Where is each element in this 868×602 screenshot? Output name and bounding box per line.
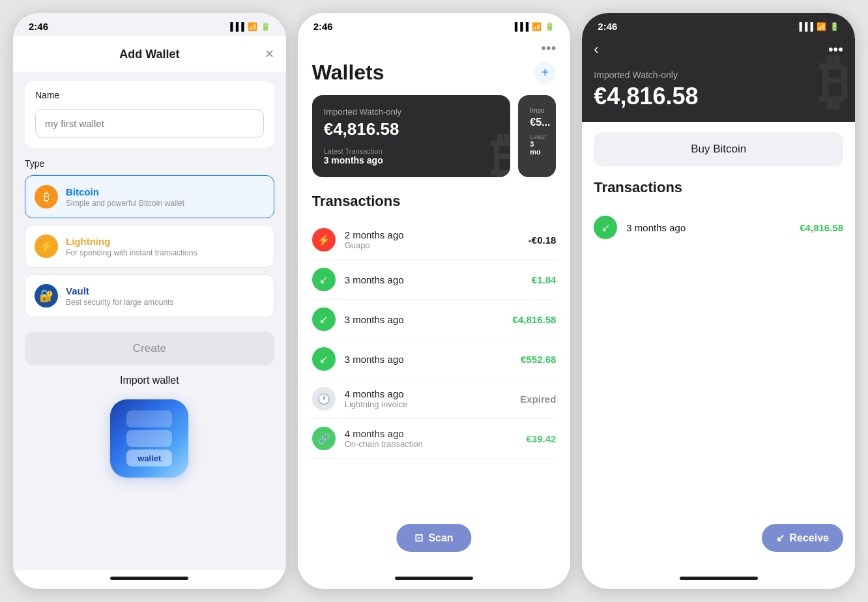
detail-tx-amount: €4,816.58	[800, 222, 843, 233]
partial-amount: €5...	[530, 117, 544, 128]
wallet-card-partial[interactable]: Impo... €5... Latest 3 mo	[518, 95, 556, 177]
wallet-type-bitcoin[interactable]: ₿ Bitcoin Simple and powerful Bitcoin wa…	[25, 175, 274, 218]
battery-icon: 🔋	[261, 22, 270, 31]
status-time-1: 2:46	[29, 21, 48, 32]
signal-icon-2: ▐▐▐	[512, 22, 529, 31]
scan-label: Scan	[428, 532, 453, 544]
tx-amount-2: €1.84	[532, 274, 557, 285]
wallet-cards-row: Imported Watch-only €4,816.58 Latest Tra…	[312, 95, 557, 177]
tx-sub-1: Guapo	[345, 240, 528, 250]
tx-icon-receive-4: ↙	[312, 347, 336, 371]
more-options-icon[interactable]: •••	[541, 40, 556, 57]
partial-label: Latest	[530, 134, 544, 140]
wallet-card-amount: €4,816.58	[324, 119, 499, 139]
home-indicator-2	[395, 577, 473, 580]
wallet-detail-header: ‹ ••• Imported Watch-only €4,816.58 ₿	[582, 36, 855, 122]
partial-date: 3 mo	[530, 140, 544, 156]
btc-watermark-detail: ₿	[819, 49, 848, 116]
scan-button[interactable]: ⊡ Scan	[396, 524, 471, 552]
signal-icon-3: ▐▐▐	[797, 22, 814, 31]
tx-date-4: 3 months ago	[345, 354, 521, 365]
signal-icon: ▐▐▐	[227, 22, 244, 31]
detail-transactions-title: Transactions	[594, 179, 843, 196]
tx-info-4: 3 months ago	[345, 354, 521, 365]
wallet-detail-screen: 2:46 ▐▐▐ 📶 🔋 ‹ ••• Imported Watch-only €…	[582, 13, 855, 589]
partial-title: Impo...	[530, 107, 544, 114]
tx-info-3: 3 months ago	[345, 314, 513, 325]
wallet-detail-subtitle: Imported Watch-only	[594, 70, 843, 80]
bitcoin-type-info: Bitcoin Simple and powerful Bitcoin wall…	[66, 186, 184, 208]
vault-type-name: Vault	[66, 285, 173, 296]
status-time-3: 2:46	[598, 21, 617, 32]
tx-info-6: 4 months ago On-chain transaction	[345, 428, 527, 449]
tx-item-6[interactable]: 🔗 4 months ago On-chain transaction €39.…	[312, 419, 557, 459]
detail-tx-info: 3 months ago	[626, 222, 686, 233]
detail-tx-icon: ↙	[594, 216, 617, 239]
tx-amount-6: €39.42	[526, 433, 556, 444]
tx-icon-receive-2: ↙	[312, 268, 336, 291]
tx-info-1: 2 months ago Guapo	[345, 229, 528, 250]
receive-button[interactable]: ↙ Receive	[762, 524, 844, 552]
tx-info-5: 4 months ago Lightning invoice	[345, 388, 521, 409]
tx-sub-6: On-chain transaction	[345, 439, 527, 449]
tx-icon-link: 🔗	[312, 427, 336, 450]
vault-type-info: Vault Best security for large amounts	[66, 285, 173, 307]
tx-amount-3: €4,816.58	[513, 314, 557, 325]
battery-icon-3: 🔋	[830, 22, 839, 31]
app-icon-text: wallet	[137, 453, 161, 463]
tx-item-5[interactable]: 🕐 4 months ago Lightning invoice Expired	[312, 379, 557, 419]
create-button[interactable]: Create	[25, 332, 274, 366]
tx-date-1: 2 months ago	[345, 229, 528, 240]
home-indicator-1	[110, 577, 188, 580]
scan-icon: ⊡	[414, 532, 423, 544]
type-label: Type	[25, 158, 274, 169]
tx-amount-5: Expired	[520, 394, 556, 405]
wallet-type-lightning[interactable]: ⚡ Lightning For spending with instant tr…	[25, 225, 274, 268]
tx-item-4[interactable]: ↙ 3 months ago €552.68	[312, 339, 557, 379]
buy-bitcoin-label: Buy Bitcoin	[691, 143, 746, 155]
tx-icon-receive-3: ↙	[312, 308, 336, 331]
wallets-screen: 2:46 ▐▐▐ 📶 🔋 ••• Wallets + Imported Watc…	[298, 13, 571, 589]
modal-title: Add Wallet	[119, 48, 179, 61]
modal-header: Add Wallet ✕	[13, 36, 286, 72]
vault-type-desc: Best security for large amounts	[66, 298, 173, 307]
tx-date-5: 4 months ago	[345, 388, 521, 399]
wallet-detail-content: Transactions ↙ 3 months ago €4,816.58 ↙ …	[582, 166, 855, 570]
bitcoin-icon: ₿	[35, 185, 58, 208]
status-bar-2: 2:46 ▐▐▐ 📶 🔋	[298, 13, 571, 36]
wallets-title-row: Wallets +	[312, 61, 557, 85]
bitcoin-type-desc: Simple and powerful Bitcoin wallet	[66, 199, 184, 208]
buy-bitcoin-button[interactable]: Buy Bitcoin	[594, 132, 843, 166]
wallets-title: Wallets	[312, 61, 384, 85]
transactions-title: Transactions	[312, 193, 557, 210]
receive-btn-container: ↙ Receive	[762, 524, 844, 552]
name-input[interactable]	[35, 109, 264, 137]
wallet-detail-nav: ‹ •••	[594, 41, 843, 58]
battery-icon-2: 🔋	[545, 22, 555, 31]
back-button[interactable]: ‹	[594, 41, 598, 58]
tx-icon-lightning: ⚡	[312, 228, 336, 251]
import-wallet-link[interactable]: Import wallet	[25, 375, 274, 386]
tx-date-2: 3 months ago	[345, 274, 532, 285]
status-time-2: 2:46	[313, 21, 333, 32]
detail-tx-item-1[interactable]: ↙ 3 months ago €4,816.58	[594, 207, 843, 248]
name-label: Name	[35, 90, 264, 100]
close-button[interactable]: ✕	[265, 47, 274, 61]
tx-item-1[interactable]: ⚡ 2 months ago Guapo -€0.18	[312, 220, 557, 260]
status-bar-3: 2:46 ▐▐▐ 📶 🔋	[582, 13, 855, 36]
wallet-card-tx-date: 3 months ago	[324, 155, 499, 165]
wallet-type-vault[interactable]: 🔐 Vault Best security for large amounts	[25, 274, 274, 317]
tx-amount-4: €552.68	[521, 354, 556, 365]
tx-item-2[interactable]: ↙ 3 months ago €1.84	[312, 260, 557, 300]
wallet-card-tx-label: Latest Transaction	[324, 147, 499, 155]
wallets-more-header: •••	[312, 36, 557, 61]
buy-bitcoin-text: Buy Bitcoin	[691, 143, 746, 155]
add-wallet-button[interactable]: +	[534, 62, 556, 84]
btc-watermark: ₿	[491, 132, 510, 177]
tx-sub-5: Lightning invoice	[345, 399, 521, 409]
bitcoin-type-name: Bitcoin	[66, 186, 184, 197]
lightning-type-info: Lightning For spending with instant tran…	[66, 236, 197, 257]
tx-item-3[interactable]: ↙ 3 months ago €4,816.58	[312, 300, 557, 339]
status-icons-2: ▐▐▐ 📶 🔋	[512, 22, 555, 31]
wallet-card-main[interactable]: Imported Watch-only €4,816.58 Latest Tra…	[312, 95, 511, 177]
